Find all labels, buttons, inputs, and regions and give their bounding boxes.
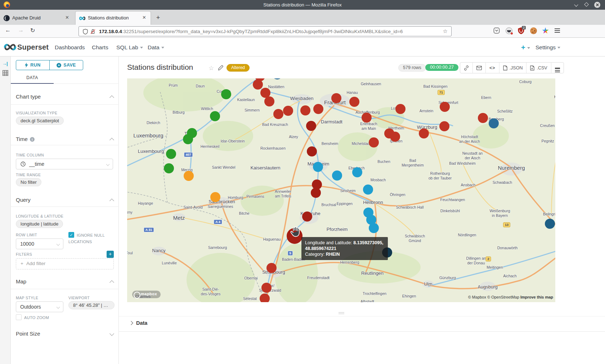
nav-item-data[interactable]: Data <box>148 44 164 51</box>
save-button[interactable]: + SAVE <box>49 60 83 70</box>
row-limit-select[interactable]: 10000 <box>16 238 63 249</box>
map-data-point[interactable] <box>164 163 174 173</box>
pocket-icon[interactable] <box>493 27 500 34</box>
extension-pinwheel-icon[interactable] <box>542 27 549 34</box>
map-data-point[interactable] <box>352 167 362 177</box>
map-data-point[interactable] <box>273 109 283 119</box>
lonlat-value[interactable]: longitude | latitude <box>16 220 63 228</box>
map-data-point[interactable] <box>545 219 555 229</box>
time-column-select[interactable]: __time <box>16 159 113 169</box>
viewport-value[interactable]: 8° 46' 45.28" | 49... <box>68 301 115 309</box>
export-json-button[interactable]: .JSON <box>499 63 526 73</box>
forward-button[interactable]: → <box>18 27 24 33</box>
chevron-up-icon[interactable] <box>109 95 114 100</box>
mapbox-logo[interactable]: mapbox <box>132 291 161 298</box>
favorite-star-icon[interactable]: ☆ <box>209 64 214 72</box>
browser-tab-druid[interactable]: Apache Druid ✕ <box>0 12 73 25</box>
section-time[interactable]: Timei <box>16 136 35 142</box>
data-results-toggle[interactable]: Data <box>136 320 147 326</box>
map-data-point[interactable] <box>302 211 312 222</box>
reload-button[interactable]: ↻ <box>30 27 35 34</box>
edit-properties-icon[interactable] <box>218 65 224 70</box>
ublock-icon[interactable]: 2 <box>518 27 524 36</box>
tab-close-icon[interactable]: ✕ <box>142 15 146 20</box>
nav-item-sql-lab[interactable]: SQL Lab <box>116 44 143 51</box>
nav-item-charts[interactable]: Charts <box>92 44 108 51</box>
map-data-point[interactable] <box>210 111 220 121</box>
map-data-point[interactable] <box>395 104 405 114</box>
map-data-point[interactable] <box>283 106 293 116</box>
collapse-panel-icon[interactable]: →| <box>2 61 8 66</box>
browser-tab-stations[interactable]: Stations distribution ✕ <box>76 12 151 25</box>
map-data-point[interactable] <box>440 102 450 112</box>
map-data-point[interactable] <box>419 128 429 138</box>
tab-close-icon[interactable]: ✕ <box>65 15 69 20</box>
privacy-mask-icon[interactable] <box>506 27 512 34</box>
browser-menu-icon[interactable] <box>555 27 560 34</box>
map-data-point[interactable] <box>331 93 341 103</box>
map-data-point[interactable] <box>221 89 231 99</box>
improve-map-link[interactable]: Improve this map <box>520 295 553 299</box>
share-link-button[interactable] <box>460 63 472 73</box>
add-filter-plus-button[interactable]: + <box>107 251 114 258</box>
new-chart-button[interactable]: + <box>521 44 530 52</box>
map-data-point[interactable] <box>313 104 323 114</box>
brand-name[interactable]: Superset <box>17 43 49 51</box>
maximize-button[interactable] <box>584 2 590 8</box>
minimize-button[interactable] <box>573 2 579 8</box>
auto-zoom-checkbox[interactable] <box>16 314 22 320</box>
section-map[interactable]: Map <box>16 278 26 285</box>
deckgl-scatterplot-map[interactable]: PrümDaunCochemNastättenGelnhausenBad Kis… <box>127 78 555 302</box>
ignore-null-checkbox[interactable]: ✓ <box>68 232 74 238</box>
insecure-lock-icon[interactable] <box>90 29 95 35</box>
map-data-point[interactable] <box>332 170 342 181</box>
map-data-point[interactable] <box>253 79 263 90</box>
run-button[interactable]: RUN <box>16 60 49 70</box>
close-button[interactable] <box>594 2 600 8</box>
embed-code-button[interactable]: <> <box>485 63 499 73</box>
map-data-point[interactable] <box>363 185 373 195</box>
map-data-point[interactable] <box>478 113 488 123</box>
map-data-point[interactable] <box>369 137 379 147</box>
map-data-point[interactable] <box>313 162 323 172</box>
map-data-point[interactable] <box>307 146 317 156</box>
new-tab-button[interactable]: + <box>154 14 162 22</box>
section-point-size[interactable]: Point Size <box>16 331 40 337</box>
map-data-point[interactable] <box>390 132 400 142</box>
url-text[interactable]: 172.18.0.4:32251/superset/explore/?form_… <box>99 29 403 34</box>
map-data-point[interactable] <box>166 149 176 159</box>
chart-menu-icon[interactable] <box>551 63 564 73</box>
map-data-point[interactable] <box>349 97 359 107</box>
expand-data-chevron-icon[interactable] <box>129 321 133 325</box>
cookie-icon[interactable] <box>530 27 537 34</box>
altered-badge[interactable]: Altered <box>227 64 250 72</box>
nav-item-dashboards[interactable]: Dashboards <box>55 44 85 51</box>
map-data-point[interactable] <box>362 113 372 123</box>
section-query[interactable]: Query <box>16 197 31 203</box>
map-data-point[interactable] <box>489 118 499 128</box>
settings-menu[interactable]: Settings <box>535 44 560 51</box>
datasource-grid-icon[interactable] <box>3 70 8 76</box>
email-button[interactable] <box>472 63 485 73</box>
section-chart-type[interactable]: Chart type <box>16 94 41 100</box>
map-data-point[interactable] <box>264 96 274 106</box>
chevron-up-icon[interactable] <box>109 199 114 203</box>
chevron-up-icon[interactable] <box>109 280 114 285</box>
map-data-point[interactable] <box>260 294 270 302</box>
map-style-select[interactable]: Outdoors <box>16 301 63 312</box>
chevron-up-icon[interactable] <box>109 138 114 142</box>
map-data-point[interactable] <box>369 223 379 233</box>
map-data-point[interactable] <box>261 283 272 293</box>
viz-type-value[interactable]: deck.gl Scatterplot <box>16 117 64 125</box>
panel-resize-handle[interactable] <box>339 311 344 315</box>
map-data-point[interactable] <box>311 188 321 198</box>
export-csv-button[interactable]: .CSV <box>526 63 551 73</box>
map-data-point[interactable] <box>210 192 220 202</box>
url-bar[interactable]: 172.18.0.4:32251/superset/explore/?form_… <box>79 26 452 36</box>
tracking-shield-icon[interactable] <box>82 29 88 35</box>
tab-data[interactable]: DATA <box>11 73 54 84</box>
map-data-point[interactable] <box>183 134 193 144</box>
bookmark-star-icon[interactable]: ☆ <box>443 28 448 35</box>
add-filter-dropzone[interactable]: +Add filter <box>16 258 114 269</box>
map-data-point[interactable] <box>306 121 316 131</box>
